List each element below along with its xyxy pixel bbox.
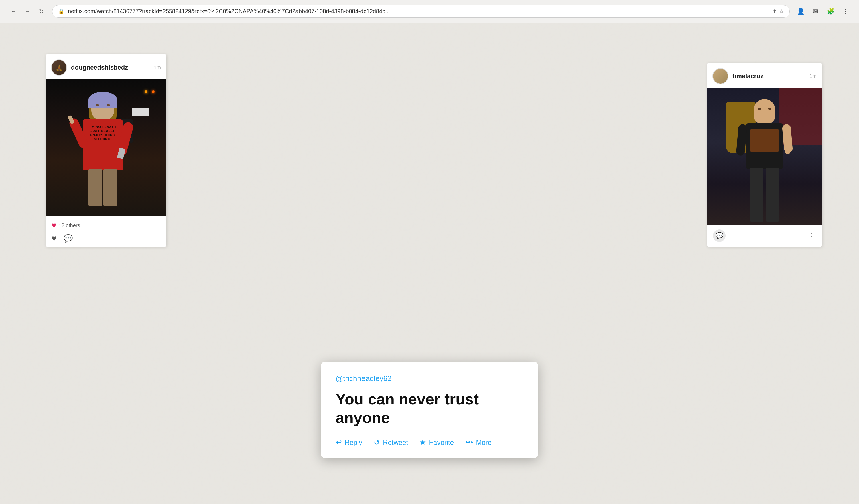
avatar-bg-left: 🧘 xyxy=(51,60,66,75)
eye-right-right xyxy=(768,108,771,110)
instagram-action-icons: ♥ 💬 xyxy=(51,233,160,243)
extensions-icon[interactable]: 🧩 xyxy=(825,6,835,17)
body-pattern xyxy=(750,129,779,152)
share-icon[interactable]: ⬆ xyxy=(772,8,777,15)
favorite-button[interactable]: ★ Favorite xyxy=(420,438,454,447)
shirt-text: I'M NOT LAZY I JUST REALLY ENJOY DOING N… xyxy=(86,125,120,141)
more-label: More xyxy=(476,439,492,446)
reply-label: Reply xyxy=(345,439,362,446)
url-text: netflix.com/watch/81436777?trackId=25582… xyxy=(68,8,769,15)
tweet-text: You can never trust anyone xyxy=(335,390,524,427)
bg-lights xyxy=(145,90,155,93)
comment-icon-right[interactable]: 💬 xyxy=(713,230,726,242)
person-long-hair-bg xyxy=(707,88,822,225)
person-figure-left: I'M NOT LAZY I JUST REALLY ENJOY DOING N… xyxy=(71,96,134,216)
leg-right xyxy=(103,169,117,206)
avatar-right xyxy=(712,68,728,84)
person-figure-right xyxy=(730,99,799,225)
instagram-image-left: I'M NOT LAZY I JUST REALLY ENJOY DOING N… xyxy=(46,79,166,216)
tweet-handle: @trichheadley62 xyxy=(335,374,524,383)
address-bar-actions: ⬆ ☆ xyxy=(772,8,784,15)
instagram-card-left: 🧘 dougneedshisbedz 1m xyxy=(46,54,166,247)
person-head xyxy=(91,96,114,122)
like-button[interactable]: ♥ xyxy=(51,233,57,243)
instagram-image-right xyxy=(707,88,822,225)
bg-sign xyxy=(132,108,149,116)
likes-count: 12 others xyxy=(59,222,80,229)
avatar-bg-right xyxy=(713,69,728,83)
instagram-header-left: 🧘 dougneedshisbedz 1m xyxy=(46,54,166,79)
light2 xyxy=(152,90,155,93)
tweet-overlay: @trichheadley62 You can never trust anyo… xyxy=(321,362,538,458)
retweet-icon: ↺ xyxy=(374,438,380,447)
person-red-shirt-bg: I'M NOT LAZY I JUST REALLY ENJOY DOING N… xyxy=(46,79,166,216)
avatar-left: 🧘 xyxy=(51,60,67,76)
reply-button[interactable]: ↩ Reply xyxy=(335,438,362,447)
refresh-button[interactable]: ↻ xyxy=(36,6,46,17)
can xyxy=(117,147,126,159)
more-options-right[interactable]: ⋮ xyxy=(808,231,816,240)
instagram-likes: ♥ 12 others xyxy=(51,221,160,230)
body-right xyxy=(746,123,783,169)
reply-icon: ↩ xyxy=(335,438,342,447)
browser-chrome: ← → ↻ 🔒 netflix.com/watch/81436777?track… xyxy=(0,0,859,23)
more-button[interactable]: ••• More xyxy=(465,438,492,447)
instagram-actions-left: ♥ 12 others ♥ 💬 xyxy=(46,216,166,247)
instagram-username-left: dougneedshisbedz xyxy=(71,64,150,71)
head-right xyxy=(754,99,775,124)
nav-buttons: ← → ↻ xyxy=(9,6,46,17)
instagram-time-right: 1m xyxy=(810,73,817,79)
eye-left-right xyxy=(758,108,761,110)
more-dots-icon: ••• xyxy=(465,438,473,447)
bookmark-icon[interactable]: ☆ xyxy=(779,8,784,15)
comment-button[interactable]: 💬 xyxy=(63,234,73,243)
favorite-label: Favorite xyxy=(429,439,454,446)
eye-right xyxy=(106,104,110,106)
tweet-actions: ↩ Reply ↺ Retweet ★ Favorite ••• More xyxy=(335,438,524,447)
leg-left-r xyxy=(750,168,763,222)
main-content: 🧘 dougneedshisbedz 1m xyxy=(0,23,859,504)
mail-icon[interactable]: ✉ xyxy=(810,6,820,17)
heart-icon: ♥ xyxy=(51,221,56,230)
leg-right-r xyxy=(766,168,779,222)
finger-pointing xyxy=(67,115,74,124)
menu-icon[interactable]: ⋮ xyxy=(840,6,850,17)
person-legs xyxy=(86,169,120,209)
arm-right-right xyxy=(782,124,793,153)
light1 xyxy=(145,90,148,93)
person-body: I'M NOT LAZY I JUST REALLY ENJOY DOING N… xyxy=(83,119,123,171)
browser-icons: 👤 ✉ 🧩 ⋮ xyxy=(796,6,850,17)
thumb-up xyxy=(785,148,791,155)
favorite-icon: ★ xyxy=(420,438,426,447)
profile-icon[interactable]: 👤 xyxy=(796,6,806,17)
back-button[interactable]: ← xyxy=(9,6,19,17)
forward-button[interactable]: → xyxy=(22,6,33,17)
instagram-card-right: timelacruz 1m xyxy=(707,63,822,247)
instagram-bottom-right: 💬 ⋮ xyxy=(707,225,822,247)
face-right xyxy=(754,99,775,124)
retweet-button[interactable]: ↺ Retweet xyxy=(374,438,408,447)
leg-left xyxy=(89,169,102,206)
lock-icon: 🔒 xyxy=(58,8,64,15)
instagram-username-right: timelacruz xyxy=(733,73,805,80)
legs-right xyxy=(749,168,780,225)
address-bar[interactable]: 🔒 netflix.com/watch/81436777?trackId=255… xyxy=(52,5,790,18)
bandana xyxy=(89,92,117,108)
retweet-label: Retweet xyxy=(383,439,408,446)
instagram-time-left: 1m xyxy=(154,65,161,70)
eye-left xyxy=(96,104,99,106)
instagram-header-right: timelacruz 1m xyxy=(707,63,822,88)
